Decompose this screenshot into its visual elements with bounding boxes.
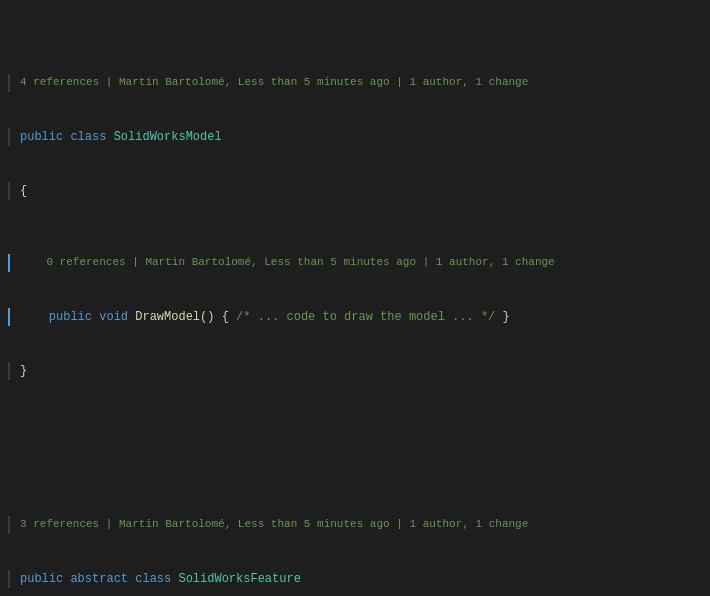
code-line: public void DrawModel() { /* ... code to… xyxy=(0,308,710,326)
code-editor: 4 references | Martin Bartolomé, Less th… xyxy=(0,0,710,596)
meta-line: 3 references | Martin Bartolomé, Less th… xyxy=(0,516,710,534)
code-line: { xyxy=(0,182,710,200)
meta-line: 0 references | Martin Bartolomé, Less th… xyxy=(0,254,710,272)
code-line: } xyxy=(0,362,710,380)
meta-line: 4 references | Martin Bartolomé, Less th… xyxy=(0,74,710,92)
code-line: public abstract class SolidWorksFeature xyxy=(0,570,710,588)
code-line: public class SolidWorksModel xyxy=(0,128,710,146)
